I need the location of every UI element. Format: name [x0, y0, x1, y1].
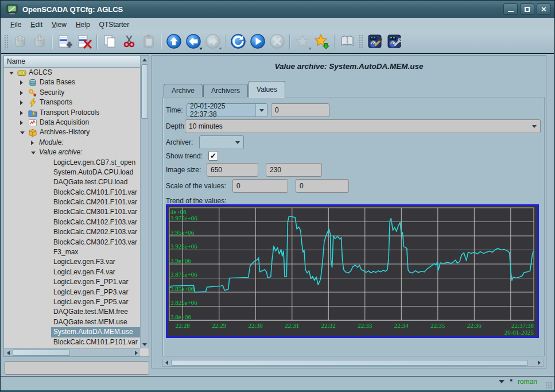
qtstarter-tool1-button[interactable] [365, 33, 385, 51]
svg-text:3.875e+06: 3.875e+06 [170, 271, 197, 278]
tree-item-daqgate-test-mem-free[interactable]: DAQGate.test.MEM.free [4, 307, 140, 317]
tree-item-daqgate-test-cpu-load[interactable]: DAQGate.test.CPU.load [4, 177, 140, 187]
collapse-arrow-icon[interactable] [9, 72, 14, 75]
tree-item-data-acquisition[interactable]: Data Acquisition [4, 118, 140, 127]
scroll-right-button[interactable] [535, 359, 543, 366]
tree-item-blockcalc-cm202-f103-var[interactable]: BlockCalc.CM202.F103.var [4, 227, 140, 237]
tree-item-blockcalc-cm101-p101-var[interactable]: BlockCalc.CM101.P101.var [4, 337, 140, 347]
title-bar[interactable]: OpenSCADA QTCfg: AGLCS × [1, 1, 554, 18]
menu-qtstarter[interactable]: QTStarter [95, 19, 134, 30]
tab-archivers[interactable]: Archivers [203, 84, 248, 98]
scroll-left-button[interactable] [4, 349, 12, 356]
tree-viewport: AGLCSData BasesSecurityTransportsTranspo… [4, 68, 140, 348]
scroll-right-button[interactable] [132, 349, 140, 356]
cut-item-button[interactable] [119, 33, 139, 51]
tab-values[interactable]: Values [249, 81, 285, 98]
tree-item-module-[interactable]: Module: [4, 138, 140, 148]
tree-horizontal-scrollbar[interactable] [4, 348, 140, 356]
delete-item-button[interactable] [75, 33, 94, 51]
menu-help[interactable]: Help [71, 19, 95, 30]
scroll-thumb[interactable] [141, 64, 148, 119]
panel-horizontal-scrollbar[interactable] [162, 359, 544, 367]
toolbar [1, 31, 554, 54]
tree-item-security[interactable]: Security [4, 88, 140, 98]
scale-max-field[interactable] [296, 179, 349, 193]
copy-item-button[interactable] [100, 33, 119, 51]
minimize-button[interactable] [503, 3, 518, 15]
close-button[interactable]: × [537, 3, 551, 15]
scale-min-field[interactable] [232, 179, 288, 193]
tree-item-aglcs[interactable]: AGLCS [4, 68, 140, 77]
menu-view[interactable]: View [47, 19, 71, 30]
toolbar-handle[interactable] [359, 34, 363, 49]
tree-item-blockcalc-cm302-f103-var[interactable]: BlockCalc.CM302.F103.var [4, 238, 140, 247]
tree-vertical-scrollbar[interactable] [140, 56, 149, 348]
archiver-combobox[interactable] [199, 135, 244, 149]
refresh-button[interactable] [228, 33, 248, 51]
svg-text:22:36: 22:36 [467, 322, 482, 329]
manual-button[interactable] [337, 33, 357, 51]
item-delete-icon [77, 34, 92, 51]
tree-item-logiclev-gen-f-pp1-var[interactable]: LogicLev.gen.F_PP1.var [4, 277, 140, 287]
expand-arrow-icon[interactable] [20, 121, 23, 125]
tree-item-system-autoda-mem-use[interactable]: System.AutoDA.MEM.use [4, 327, 140, 337]
scroll-down-button[interactable] [141, 340, 149, 348]
back-button[interactable] [184, 33, 203, 51]
tree-item-logiclev-gen-f3-var[interactable]: LogicLev.gen.F3.var [4, 257, 140, 267]
image-height-field[interactable] [266, 163, 322, 177]
collapse-arrow-icon[interactable] [31, 152, 36, 154]
star-add-icon [314, 33, 330, 51]
tab-archive[interactable]: Archive [164, 84, 203, 98]
forward-button [203, 33, 223, 51]
time-datetime-field[interactable]: 20-01-2025 22:37:38 [187, 103, 267, 117]
tree-item-blockcalc-cm102-f103-var[interactable]: BlockCalc.CM102.F103.var [4, 218, 140, 227]
show-trend-checkbox[interactable]: ✓ [208, 151, 218, 161]
tree-item-daqgate-test-mem-use[interactable]: DAQGate.test.MEM.use [4, 317, 140, 327]
chevron-down-icon[interactable] [255, 104, 267, 117]
favorite-add-button[interactable] [312, 33, 332, 51]
time-usec-field[interactable] [271, 103, 329, 117]
tree-item-logiclev-gen-f-pp3-var[interactable]: LogicLev.gen.F_PP3.var [4, 288, 140, 297]
security-key-icon [28, 88, 37, 97]
scroll-left-button[interactable] [163, 359, 170, 366]
scroll-up-button[interactable] [141, 56, 149, 64]
depth-combobox[interactable]: 10 minutes [185, 119, 541, 133]
menu-edit[interactable]: Edit [26, 19, 47, 30]
tree-item-data-bases[interactable]: Data Bases [4, 77, 140, 87]
tree-filter-input[interactable] [5, 361, 149, 375]
tree-item-blockcalc-cm201-f101-var[interactable]: BlockCalc.CM201.F101.var [4, 197, 140, 207]
maximize-button[interactable] [520, 3, 534, 15]
expand-arrow-icon[interactable] [31, 141, 34, 145]
trend-chart[interactable]: 4e+063.975e+063.95e+063.925e+063.9e+063.… [166, 204, 539, 338]
tree-item-f3-max[interactable]: F3_max [4, 247, 140, 257]
tree-item-logiclev-gen-f4-var[interactable]: LogicLev.gen.F4.var [4, 267, 140, 277]
resize-grip-icon[interactable] [545, 382, 553, 389]
tree-item-logiclev-gen-cb7-st-open[interactable]: LogicLev.gen.CB7.st_open [4, 158, 140, 168]
tree-item-logiclev-gen-f-pp5-var[interactable]: LogicLev.gen.F_PP5.var [4, 297, 140, 307]
add-item-button[interactable] [55, 33, 75, 51]
expand-arrow-icon[interactable] [20, 111, 23, 115]
menu-file[interactable]: File [6, 19, 26, 30]
tree-item-blockcalc-cm301-f101-var[interactable]: BlockCalc.CM301.F101.var [4, 207, 140, 217]
expand-arrow-icon[interactable] [20, 100, 23, 105]
tree-item-system-autoda-cpu-load[interactable]: System.AutoDA.CPU.load [4, 168, 140, 177]
expand-arrow-icon[interactable] [20, 80, 23, 85]
collapse-arrow-icon[interactable] [499, 380, 504, 383]
toolbar-handle[interactable] [4, 34, 9, 49]
qtstarter-tool2-button[interactable] [385, 33, 404, 51]
tree-item-archives-history[interactable]: Archives-History [4, 127, 140, 137]
tree-header-name[interactable]: Name [4, 56, 140, 68]
collapse-arrow-icon[interactable] [20, 131, 25, 134]
expand-arrow-icon[interactable] [20, 91, 23, 95]
tree-item-transport-protocols[interactable]: Transport Protocols [4, 108, 140, 118]
up-button[interactable] [164, 33, 184, 51]
tree-item-transports[interactable]: Transports [4, 98, 140, 107]
scroll-thumb[interactable] [171, 360, 528, 366]
scroll-thumb[interactable] [13, 350, 70, 356]
tree-item-value-archive-[interactable]: Value archive: [4, 148, 140, 157]
tree-item-blockcalc-cm101-f101-var[interactable]: BlockCalc.CM101.F101.var [4, 188, 140, 197]
image-width-field[interactable] [207, 163, 258, 177]
start-updating-button[interactable] [248, 33, 267, 51]
tree-item-label: Data Acquisition [40, 118, 89, 126]
user-badge[interactable]: roman [518, 378, 537, 386]
